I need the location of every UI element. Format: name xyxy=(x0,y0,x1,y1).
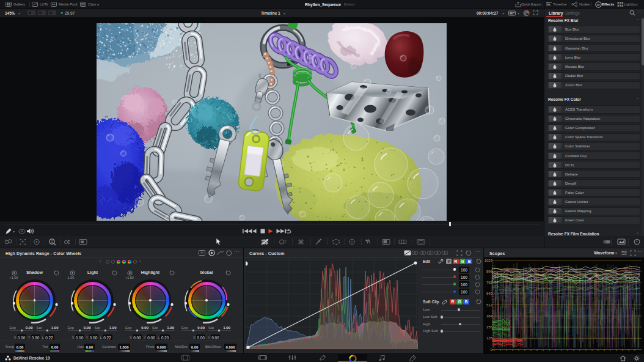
svg-text:384: 384 xyxy=(486,314,493,318)
svg-text:512: 512 xyxy=(486,303,493,307)
svg-text:1023: 1023 xyxy=(485,259,493,262)
svg-text:Q: Q xyxy=(51,240,53,243)
svg-text:fx: fx xyxy=(597,2,600,6)
